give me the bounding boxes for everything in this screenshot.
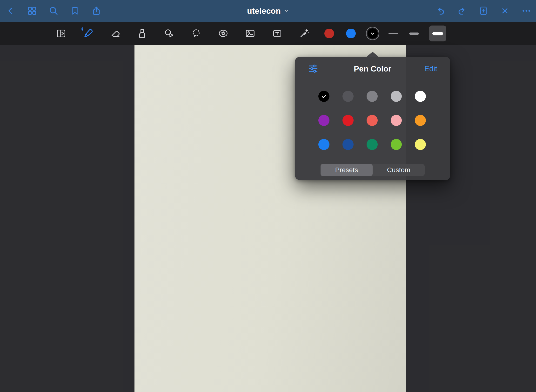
color-swatch-f79a23[interactable] (415, 115, 426, 126)
pen-color-slot[interactable] (322, 27, 336, 40)
share-icon (91, 6, 101, 16)
pen-color-slots (322, 22, 379, 45)
thumbnails-icon (27, 6, 37, 16)
tool-buttons-group (55, 22, 310, 45)
bookmark-button[interactable] (70, 6, 80, 16)
close-button[interactable] (500, 6, 510, 16)
more-button[interactable] (521, 6, 532, 16)
tools-toolbar (0, 22, 536, 45)
color-swatch-ef5f55[interactable] (367, 115, 378, 126)
tool-eraser[interactable] (109, 28, 121, 39)
pen-icon (83, 28, 94, 39)
share-button[interactable] (91, 6, 102, 16)
color-swatch-9226b5[interactable] (318, 115, 329, 126)
tool-shapes[interactable] (163, 28, 175, 39)
pen-color-slot-selected[interactable] (366, 27, 379, 40)
nav-left-group (5, 0, 102, 22)
stroke-width-thin[interactable] (388, 26, 399, 41)
laser-pointer-icon (299, 28, 310, 39)
back-icon (7, 7, 15, 15)
presets-custom-segmented-control: Presets Custom (321, 164, 425, 176)
document-title-menu[interactable]: utelecon (247, 0, 289, 22)
more-icon (521, 6, 531, 16)
eraser-icon (110, 28, 121, 39)
bookmark-icon (70, 6, 80, 16)
bluetooth-icon (80, 27, 84, 32)
segment-custom[interactable]: Custom (373, 164, 425, 176)
pen-color-popover: Pen Color Edit Presets Custom (295, 57, 450, 180)
thumbnails-button[interactable] (27, 6, 37, 16)
tool-pen[interactable] (82, 28, 94, 39)
close-icon (500, 6, 509, 15)
search-button[interactable] (48, 6, 59, 16)
nav-right-group (435, 0, 532, 22)
stroke-width-options (388, 22, 446, 45)
tool-highlighter[interactable] (136, 28, 148, 39)
color-swatch-0f8a60[interactable] (367, 139, 378, 150)
search-icon (48, 6, 59, 16)
text-icon (272, 28, 283, 39)
chevron-down-icon (284, 8, 289, 13)
pen-color-slot[interactable] (344, 27, 358, 40)
redo-button[interactable] (457, 6, 467, 16)
color-swatch-bcbcc0[interactable] (391, 91, 402, 102)
tool-elements[interactable] (217, 28, 229, 39)
color-swatch-f6f16e[interactable] (415, 139, 426, 150)
top-navbar: utelecon (0, 0, 536, 22)
color-swatch-df1c24[interactable] (342, 115, 354, 126)
color-swatch-1b4f9e[interactable] (342, 139, 354, 150)
color-swatch-55555a[interactable] (342, 91, 354, 102)
tool-image[interactable] (244, 28, 256, 39)
page-view-icon (56, 28, 67, 39)
color-swatch-1b7ef2[interactable] (318, 139, 329, 150)
document-title: utelecon (247, 6, 281, 16)
shapes-icon (164, 28, 175, 39)
tool-lasso[interactable] (190, 28, 202, 39)
tool-page-view[interactable] (55, 28, 67, 39)
lasso-icon (191, 28, 202, 39)
color-swatch-ffffff[interactable] (415, 91, 426, 102)
color-swatch-grid (295, 57, 450, 180)
add-page-icon (478, 6, 489, 16)
tool-laser-pointer[interactable] (298, 28, 310, 39)
chevron-down-icon (369, 30, 376, 37)
redo-icon (457, 6, 467, 16)
highlighter-icon (137, 28, 148, 39)
app-screen: utelecon (0, 0, 536, 392)
color-swatch-74c32f[interactable] (391, 139, 402, 150)
color-swatch-000000[interactable] (318, 91, 329, 102)
color-swatch-f8a9ae[interactable] (391, 115, 402, 126)
back-button[interactable] (5, 6, 16, 16)
stroke-width-thick[interactable] (429, 26, 446, 41)
elements-sticker-icon (218, 28, 229, 39)
check-icon (321, 93, 327, 99)
tool-text[interactable] (271, 28, 283, 39)
popover-arrow (366, 52, 379, 57)
color-swatch-828287[interactable] (367, 91, 378, 102)
undo-button[interactable] (435, 6, 446, 16)
stroke-width-medium[interactable] (408, 26, 420, 41)
add-page-button[interactable] (478, 6, 489, 16)
segment-presets[interactable]: Presets (321, 164, 373, 176)
image-icon (245, 28, 256, 39)
undo-icon (436, 6, 446, 16)
